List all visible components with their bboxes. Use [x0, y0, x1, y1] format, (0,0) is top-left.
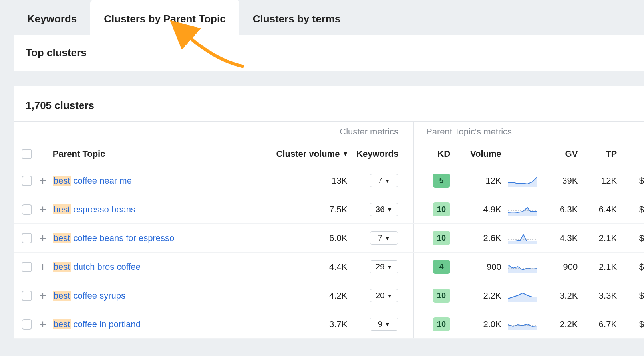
select-all-checkbox[interactable]	[22, 149, 32, 159]
parent-topic-link[interactable]: best coffee syrups	[53, 291, 125, 301]
tab-strip: Keywords Clusters by Parent Topic Cluste…	[0, 0, 644, 35]
gv-value: 4.3K	[541, 233, 580, 243]
sparkline-icon	[507, 232, 538, 244]
row-checkbox[interactable]	[22, 233, 32, 243]
table-row: +best espresso beans7.5K36▼104.9K6.3K6.4…	[14, 195, 644, 224]
topic-rest: coffee near me	[71, 176, 131, 186]
chevron-down-icon: ▼	[385, 178, 390, 184]
keywords-dropdown[interactable]: 29▼	[370, 260, 398, 273]
parent-topic-link[interactable]: best coffee near me	[53, 176, 132, 186]
highlight-term: best	[53, 262, 71, 272]
gv-value: 39K	[541, 176, 580, 186]
sparkline-icon	[507, 318, 538, 330]
keywords-count: 7	[378, 176, 382, 185]
keywords-count: 36	[376, 205, 384, 214]
col-gv[interactable]: GV	[541, 149, 580, 159]
chevron-down-icon: ▼	[385, 321, 390, 328]
row-checkbox[interactable]	[22, 176, 32, 186]
col-cluster-volume[interactable]: Cluster volume ▼	[276, 149, 352, 159]
expand-icon[interactable]: +	[39, 175, 46, 187]
cluster-volume-value: 4.4K	[276, 262, 352, 272]
expand-icon[interactable]: +	[39, 261, 46, 273]
tp-value: 6.4K	[580, 204, 619, 215]
tab-clusters-terms[interactable]: Clusters by terms	[239, 0, 354, 35]
chevron-down-icon: ▼	[387, 206, 392, 213]
table-row: +best coffee in portland3.7K9▼102.0K2.2K…	[14, 310, 644, 339]
table-row: +best dutch bros coffee4.4K29▼49009002.1…	[14, 253, 644, 281]
price-value: $	[619, 319, 644, 330]
kd-badge: 10	[433, 231, 450, 245]
tab-keywords[interactable]: Keywords	[14, 0, 90, 35]
topic-rest: coffee in portland	[71, 319, 141, 329]
highlight-term: best	[53, 204, 71, 214]
sort-desc-icon: ▼	[342, 150, 348, 158]
kd-badge: 10	[433, 202, 450, 216]
tab-clusters-parent-topic[interactable]: Clusters by Parent Topic	[90, 0, 239, 35]
keywords-dropdown[interactable]: 20▼	[370, 289, 398, 302]
table-row: +best coffee beans for espresso6.0K7▼102…	[14, 224, 644, 253]
col-parent-topic[interactable]: Parent Topic	[53, 149, 276, 159]
cluster-volume-value: 3.7K	[276, 319, 352, 330]
col-volume[interactable]: Volume	[453, 149, 504, 159]
tp-value: 3.3K	[580, 291, 619, 301]
column-group-header: Cluster metrics Parent Topic's metrics	[14, 122, 644, 142]
column-separator	[413, 253, 426, 281]
table-row: +best coffee near me13K7▼512K39K12K$	[14, 166, 644, 195]
sparkline-icon	[507, 290, 538, 302]
col-keywords[interactable]: Keywords	[352, 149, 414, 159]
kd-badge: 10	[433, 317, 450, 331]
cluster-volume-value: 7.5K	[276, 204, 352, 215]
row-checkbox[interactable]	[22, 291, 32, 301]
gv-value: 900	[541, 262, 580, 272]
cluster-volume-value: 6.0K	[276, 233, 352, 243]
row-checkbox[interactable]	[22, 204, 32, 215]
table-row: +best coffee syrups4.2K20▼102.2K3.2K3.3K…	[14, 281, 644, 310]
col-cluster-volume-label: Cluster volume	[276, 149, 340, 159]
group-cluster-metrics: Cluster metrics	[276, 127, 413, 137]
col-tp[interactable]: TP	[580, 149, 619, 159]
price-value: $	[619, 262, 644, 272]
expand-icon[interactable]: +	[39, 204, 46, 216]
row-checkbox[interactable]	[22, 262, 32, 272]
parent-topic-link[interactable]: best coffee beans for espresso	[53, 233, 174, 243]
sparkline-icon	[507, 175, 538, 187]
sparkline-icon	[507, 261, 538, 273]
row-checkbox[interactable]	[22, 319, 32, 330]
chevron-down-icon: ▼	[385, 235, 390, 241]
top-clusters-heading: Top clusters	[14, 35, 644, 71]
parent-topic-link[interactable]: best coffee in portland	[53, 319, 141, 329]
topic-rest: dutch bros coffee	[71, 262, 141, 272]
column-separator	[413, 281, 426, 310]
topic-rest: coffee beans for espresso	[71, 233, 174, 243]
chevron-down-icon: ▼	[387, 293, 392, 299]
topic-rest: coffee syrups	[71, 291, 125, 301]
kd-badge: 10	[433, 289, 450, 303]
expand-icon[interactable]: +	[39, 232, 46, 244]
volume-value: 2.6K	[453, 233, 504, 243]
topic-rest: espresso beans	[71, 204, 135, 214]
cluster-count: 1,705 clusters	[14, 86, 644, 121]
keywords-count: 9	[378, 320, 382, 329]
highlight-term: best	[53, 176, 71, 186]
parent-topic-link[interactable]: best dutch bros coffee	[53, 262, 141, 272]
keywords-dropdown[interactable]: 7▼	[370, 231, 398, 245]
expand-icon[interactable]: +	[39, 290, 46, 302]
volume-value: 12K	[453, 176, 504, 186]
keywords-dropdown[interactable]: 7▼	[370, 174, 398, 187]
col-kd[interactable]: KD	[426, 149, 453, 159]
keywords-dropdown[interactable]: 9▼	[370, 318, 398, 331]
tp-value: 2.1K	[580, 233, 619, 243]
cluster-volume-value: 13K	[276, 176, 352, 186]
cluster-volume-value: 4.2K	[276, 291, 352, 301]
volume-value: 4.9K	[453, 204, 504, 215]
parent-topic-link[interactable]: best espresso beans	[53, 204, 135, 214]
tp-value: 12K	[580, 176, 619, 186]
tp-value: 6.7K	[580, 319, 619, 330]
column-headers: Parent Topic Cluster volume ▼ Keywords K…	[14, 142, 644, 166]
gv-value: 6.3K	[541, 204, 580, 215]
price-value: $	[619, 291, 644, 301]
expand-icon[interactable]: +	[39, 318, 46, 330]
price-value: $	[619, 176, 644, 186]
keywords-dropdown[interactable]: 36▼	[370, 203, 398, 216]
keywords-count: 20	[376, 291, 384, 300]
